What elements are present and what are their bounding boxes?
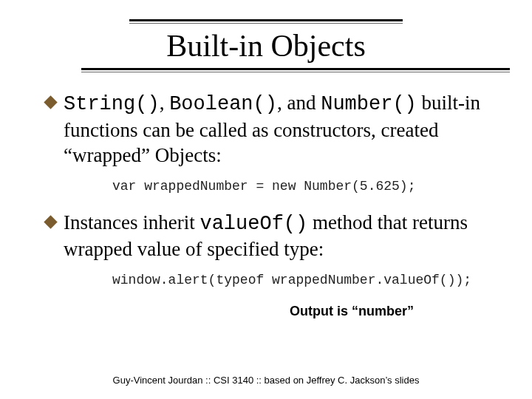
slide: Built-in Objects String(), Boolean(), an… <box>0 0 532 399</box>
bullet-2: Instances inherit valueOf() method that … <box>46 210 495 262</box>
slide-footer: Guy-Vincent Jourdan :: CSI 3140 :: based… <box>0 375 532 386</box>
code-boolean-fn: Boolean() <box>169 93 277 115</box>
title-block: Built-in Objects <box>0 0 532 72</box>
title-rule-bottom-thick <box>81 68 510 70</box>
title-rule-bottom-thin <box>81 72 510 72</box>
content-area: String(), Boolean(), and Number() built-… <box>0 72 532 319</box>
bullet-2-lead: Instances inherit <box>64 211 200 233</box>
code-valueof: valueOf() <box>200 213 307 235</box>
title-rule-top-thick <box>129 19 403 21</box>
bullet-1: String(), Boolean(), and Number() built-… <box>46 90 495 168</box>
output-note: Output is “number” <box>208 304 495 319</box>
code-string-fn: String() <box>64 93 160 115</box>
bullet-diamond-icon <box>44 95 57 109</box>
slide-title: Built-in Objects <box>0 28 532 64</box>
code-example-1: var wrappedNumber = new Number(5.625); <box>112 179 495 194</box>
text-sep2: , and <box>277 92 321 114</box>
code-example-2: window.alert(typeof wrappedNumber.valueO… <box>112 273 495 287</box>
code-number-fn: Number() <box>321 93 417 115</box>
title-rule-top-thin <box>129 23 403 24</box>
bullet-diamond-icon <box>44 215 57 228</box>
text-sep1: , <box>160 92 170 114</box>
